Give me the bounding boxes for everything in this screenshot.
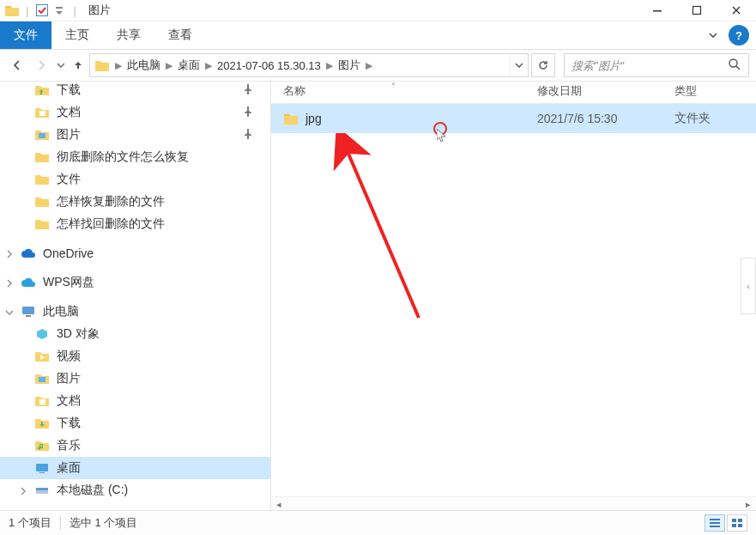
tree-label: 本地磁盘 (C:) [57,483,128,498]
tree-item[interactable]: 彻底删除的文件怎么恢复 [0,146,270,168]
separator: | [22,4,32,17]
tree-label: 桌面 [57,460,81,476]
svg-rect-15 [710,519,720,520]
chevron-right-icon[interactable] [5,247,17,259]
breadcrumb[interactable]: ▶ 此电脑 ▶ 桌面 ▶ 2021-07-06 15.30.13 ▶ 图片 ▶ [89,53,529,77]
title-bar: | | 图片 [0,0,756,21]
preview-pane-toggle[interactable]: ‹ [741,258,756,314]
tree-item-downloads[interactable]: 下载 [0,79,270,101]
chevron-right-icon[interactable]: ▶ [324,60,335,71]
column-header-label: 名称 [283,84,305,97]
drive-icon [34,483,50,498]
tree-label: 怎样找回删除的文件 [57,216,165,232]
crumb-folder1[interactable]: 2021-07-06 15.30.13 [214,59,324,72]
tree-item[interactable]: 文档 [0,390,270,412]
chevron-right-icon[interactable] [19,484,31,496]
tree-item[interactable]: 视频 [0,345,270,368]
tab-view[interactable]: 查看 [154,21,206,49]
chevron-right-icon[interactable]: ▶ [113,60,124,71]
list-item[interactable]: jpg 2021/7/6 15:30 文件夹 [271,104,756,133]
tree-item[interactable]: 音乐 [0,435,270,457]
ribbon-collapse-icon[interactable] [698,21,729,49]
chevron-right-icon[interactable]: ▶ [164,60,174,71]
help-button[interactable]: ? [729,25,749,46]
close-button[interactable] [717,0,756,21]
tree-item-pictures[interactable]: 图片 [0,124,270,146]
tree-label: 下载 [57,416,81,431]
tab-home[interactable]: 主页 [51,21,103,49]
tab-file[interactable]: 文件 [0,21,51,49]
window-controls [638,0,756,21]
recent-locations-dropdown[interactable] [55,55,67,76]
crumb-thispc[interactable]: 此电脑 [124,58,164,73]
tree-label: WPS网盘 [43,275,94,290]
chevron-right-icon[interactable]: ▶ [203,60,214,71]
tree-item[interactable]: 怎样恢复删除的文件 [0,191,270,213]
tree-item[interactable]: 怎样找回删除的文件 [0,213,270,235]
tree-item-thispc[interactable]: 此电脑 [0,301,270,323]
svg-rect-19 [738,519,742,522]
tree-label: 文档 [57,393,81,409]
desktop-icon [34,460,50,476]
column-header-name[interactable]: 名称 ˄ [283,83,537,99]
tree-label: 文档 [57,105,81,120]
chevron-right-icon[interactable]: ▶ [364,60,374,71]
status-item-count: 1 个项目 [9,515,51,531]
view-thumbnails-button[interactable] [727,514,747,532]
folder-icon [93,56,112,75]
status-bar: 1 个项目 选中 1 个项目 [0,510,756,535]
up-button[interactable] [70,55,86,76]
tree-label: 下载 [57,82,81,98]
svg-rect-7 [22,307,34,314]
tree-item[interactable]: 本地磁盘 (C:) [0,479,270,502]
tree-item-documents[interactable]: 文档 [0,101,270,124]
forward-button[interactable] [31,55,51,76]
column-header-date[interactable]: 修改日期 [537,83,674,99]
search-box[interactable] [564,53,749,77]
tree-label: 图片 [57,127,81,143]
tree-item[interactable]: 下载 [0,412,270,435]
music-icon [34,438,50,453]
tree-item-wps[interactable]: WPS网盘 [0,271,270,294]
pin-icon [243,83,255,95]
cell-type: 文件夹 [674,111,756,126]
video-icon [34,349,50,364]
refresh-button[interactable] [531,53,555,77]
column-header-type[interactable]: 类型 [674,83,756,99]
tree-item-desktop[interactable]: 桌面 [0,457,270,479]
qat-dropdown-icon[interactable] [52,3,66,17]
search-icon[interactable] [728,58,743,73]
column-header-row: 名称 ˄ 修改日期 类型 [271,79,756,104]
svg-rect-0 [37,5,48,16]
crumb-desktop[interactable]: 桌面 [174,58,203,73]
pin-icon [243,106,255,118]
folder-icon [34,194,50,210]
maximize-button[interactable] [677,0,717,21]
navigation-pane[interactable]: 下载 文档 图片 彻底删除的文件怎么恢复 文件 怎样恢复删除的文件 怎样找回删除… [0,79,271,511]
chevron-down-icon[interactable] [5,306,17,318]
tree-label: 音乐 [57,438,81,453]
breadcrumb-dropdown-icon[interactable] [510,55,528,76]
folder-icon [34,82,50,98]
tree-item[interactable]: 图片 [0,368,270,390]
minimize-button[interactable] [638,0,677,21]
item-name: jpg [305,112,322,125]
view-details-button[interactable] [705,514,725,532]
search-input[interactable] [565,58,748,73]
chevron-right-icon[interactable] [5,277,17,289]
horizontal-scrollbar[interactable]: ◂ ▸ [271,496,756,511]
tree-item[interactable]: 文件 [0,168,270,191]
cloud-icon [21,275,36,290]
scroll-right-icon[interactable]: ▸ [746,499,751,510]
crumb-folder2[interactable]: 图片 [335,58,364,73]
tree-item[interactable]: 3D 对象 [0,323,270,345]
checkbox-icon[interactable] [35,3,49,17]
tree-label: 怎样恢复删除的文件 [57,194,165,210]
cell-date: 2021/7/6 15:30 [537,112,674,125]
tab-share[interactable]: 共享 [103,21,154,49]
tree-label: OneDrive [43,246,94,260]
back-button[interactable] [7,55,27,76]
column-header-label: 类型 [674,84,697,97]
tree-item-onedrive[interactable]: OneDrive [0,242,270,264]
scroll-left-icon[interactable]: ◂ [276,499,281,510]
